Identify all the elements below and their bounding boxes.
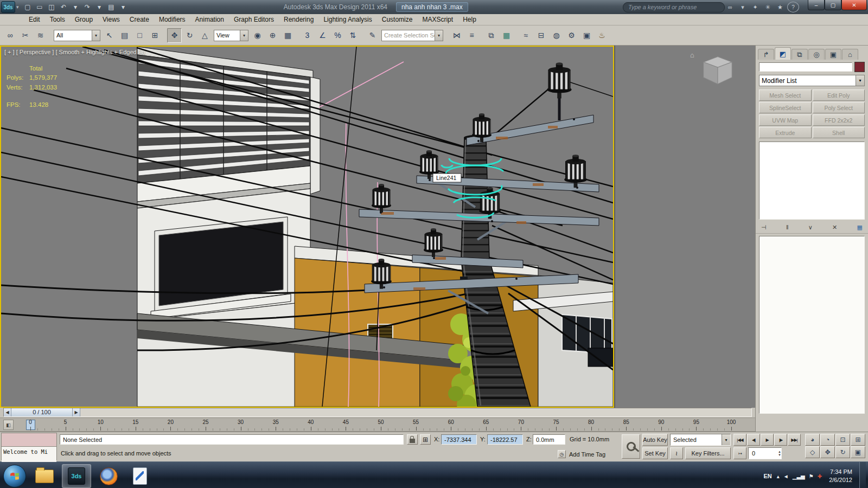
minimize-button[interactable]: – [808,0,825,10]
absolute-mode-transform-toggle[interactable]: ⊞ [420,434,431,445]
viewport-canvas[interactable]: Line241 [1,47,613,407]
viewcube[interactable]: ⌂ [699,53,737,91]
pin-stack-icon[interactable]: ⊣ [761,222,767,232]
orbit-icon[interactable]: ↻ [835,446,850,458]
viewport-label[interactable]: [ + ] [ Perspective ] [ Smooth + Highlig… [4,49,145,55]
use-pivot-point-center-icon[interactable]: ◉ [250,28,265,43]
go-to-start-button[interactable]: |◀◀ [733,434,746,446]
menu-lighting-analysis[interactable]: Lighting Analysis [318,15,376,24]
listener-pane[interactable]: Welcome to Mi [2,447,56,462]
key-mode-toggle[interactable]: ↦ [733,447,746,459]
modifier-button-splineselect[interactable]: SplineSelect [759,102,812,113]
set-keys-button[interactable] [622,434,640,459]
modifier-button-shell[interactable]: Shell [813,127,865,138]
modifier-button-extrude[interactable]: Extrude [759,127,812,138]
menu-customize[interactable]: Customize [377,15,418,24]
modifier-button-uvw-map[interactable]: UVW Map [759,114,812,126]
perspective-viewport[interactable]: Line241 [ + ] [ Perspective ] [ Smooth +… [0,46,614,408]
save-file-icon[interactable]: ◫ [46,2,58,12]
keyboard-shortcut-override-icon[interactable]: ▦ [280,28,295,43]
next-frame-arrow[interactable]: ▶ [73,408,80,416]
redo-icon[interactable]: ↷ [82,2,93,12]
menu-tools[interactable]: Tools [45,15,70,24]
select-and-rotate-icon[interactable]: ↻ [182,28,197,43]
3dsmax-taskbar-button[interactable]: 3ds [62,464,91,488]
reference-coordinate-system-dropdown[interactable]: View▾ [214,30,248,41]
menu-rendering[interactable]: Rendering [279,15,318,24]
unlink-selection-icon[interactable]: ✂ [18,28,33,43]
time-slider-track[interactable]: ◀ 0 / 100 ▶ [3,408,752,417]
menu-maxscript[interactable]: MAXScript [417,15,458,24]
redo-dropdown-icon[interactable]: ▾ [94,2,105,12]
current-frame-field[interactable]: 0 ▲▼ [748,447,782,459]
search-dropdown-icon[interactable]: ▾ [737,2,748,12]
mirror-icon[interactable]: ⋈ [449,28,464,43]
tab-motion[interactable]: ◎ [808,49,825,60]
pan-icon[interactable]: ✥ [820,446,835,458]
help-icon[interactable]: ? [787,2,799,12]
secondary-viewport[interactable]: ⌂ [614,46,755,408]
modifier-list-dropdown[interactable]: Modifier List ▾ [759,75,865,86]
hidden-icons-button[interactable]: ▴ [777,473,780,479]
application-button[interactable]: 3ds ▾ [1,1,19,13]
schematic-view-icon[interactable]: ⊟ [534,28,548,43]
zoom-all-icon[interactable]: ◔ [820,434,835,446]
close-button[interactable]: ✕ [841,0,867,10]
volume-icon[interactable]: ◄ [783,473,789,479]
favorites-icon[interactable]: ★ [775,2,786,12]
material-editor-icon[interactable]: ◍ [549,28,564,43]
remove-modifier-icon[interactable]: ✕ [832,222,837,232]
tab-display[interactable]: ▣ [825,49,841,60]
y-coordinate-field[interactable]: -18222.57 [487,434,523,445]
object-color-swatch[interactable] [854,62,865,72]
curve-editor-icon[interactable]: ≈ [519,28,533,43]
key-mode-dropdown[interactable]: Selected ▾ [670,434,731,446]
open-mini-trackbar-button[interactable]: ◧ [3,420,14,430]
manage-layers-icon[interactable]: ⧉ [484,28,499,43]
communication-center-icon[interactable]: ✳ [762,2,773,12]
menu-modifiers[interactable]: Modifiers [154,15,190,24]
z-coordinate-field[interactable]: 0.0mm [533,434,565,445]
frame-spinner[interactable]: ▲▼ [778,450,781,457]
modifier-button-edit-poly[interactable]: Edit Poly [813,89,865,101]
building-left[interactable] [137,47,320,407]
align-icon[interactable]: ≡ [464,28,479,43]
open-file-icon[interactable]: ▭ [34,2,46,12]
show-desktop-button[interactable] [859,462,866,488]
add-time-tag[interactable]: Add Time Tag [569,451,605,458]
select-and-scale-icon[interactable]: △ [197,28,212,43]
modifier-button-ffd-2x2x2[interactable]: FFD 2x2x2 [813,114,865,126]
undo-dropdown-icon[interactable]: ▾ [70,2,81,12]
previous-frame-arrow[interactable]: ◀ [4,408,11,416]
spinner-snap-icon[interactable]: ⇅ [346,28,360,43]
select-and-move-icon[interactable]: ✥ [167,28,182,43]
render-production-icon[interactable]: ♨ [595,28,609,43]
angle-snap-icon[interactable]: ∠ [315,28,330,43]
play-button[interactable]: ▶ [761,434,774,446]
time-slider-handle[interactable]: 0 / 100 [11,408,73,416]
menu-views[interactable]: Views [98,15,125,24]
select-object-icon[interactable]: ↖ [102,28,117,43]
maximize-button[interactable]: ▢ [825,0,841,10]
firefox-taskbar-button[interactable] [94,465,123,487]
tab-modify[interactable]: ◩ [775,47,791,60]
go-to-end-button[interactable]: ▶▶| [788,434,801,446]
search-icon[interactable]: ∞ [725,2,736,12]
bind-to-space-warp-icon[interactable]: ≋ [33,28,48,43]
modifier-button-mesh-select[interactable]: Mesh Select [759,89,812,101]
action-center-icon[interactable]: ⚑ [809,473,814,479]
new-scene-icon[interactable]: ▢ [22,2,34,12]
app-taskbar-button[interactable] [126,465,154,487]
menu-animation[interactable]: Animation [190,15,229,24]
network-icon[interactable]: ▁▃▅ [793,473,805,479]
field-of-view-icon[interactable]: ◇ [805,446,820,458]
modifier-button-poly-select[interactable]: Poly Select [813,102,865,113]
zoom-extents-icon[interactable]: ⊡ [835,434,850,446]
show-end-result-icon[interactable]: ‖ [786,222,789,232]
menu-create[interactable]: Create [125,15,154,24]
previous-frame-button[interactable]: ◀| [747,434,760,446]
modifier-stack-list[interactable] [759,142,865,220]
snaps-toggle-icon[interactable]: 3 [300,28,315,43]
track-bar[interactable]: ◧ 05101520253035404550556065707580859095… [0,418,755,432]
macro-recorder-pane[interactable] [2,433,56,447]
